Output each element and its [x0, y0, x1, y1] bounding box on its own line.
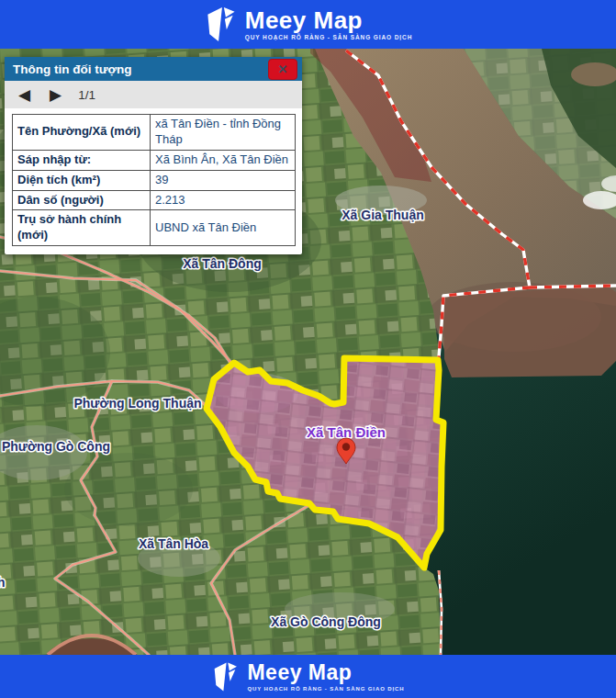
row-value: 39	[151, 170, 296, 190]
row-label: Dân số (người)	[13, 190, 151, 210]
map-label-xa-tan-hoa: Xã Tân Hòa	[139, 536, 208, 551]
row-label: Sáp nhập từ:	[13, 150, 151, 170]
info-panel-header: Thông tin đối tượng ✕	[5, 57, 302, 81]
map-label-partial: h	[0, 575, 6, 590]
pagination-bar: ◀ ▶ 1/1	[5, 81, 302, 108]
row-label: Tên Phường/Xã (mới)	[13, 115, 151, 151]
meeymap-logo-icon	[211, 661, 239, 692]
table-row: Tên Phường/Xã (mới) xã Tân Điền - tỉnh Đ…	[13, 115, 296, 151]
row-value: Xã Bình Ân, Xã Tân Điền	[151, 150, 296, 170]
table-row: Trụ sở hành chính (mới) UBND xã Tân Điền	[13, 210, 296, 246]
next-page-icon[interactable]: ▶	[47, 87, 64, 103]
app-header: Meey Map QUY HOẠCH RÕ RÀNG - SẴN SÀNG GI…	[0, 0, 616, 49]
meeymap-logo-footer[interactable]: Meey Map QUY HOẠCH RÕ RÀNG - SẴN SÀNG GI…	[211, 661, 404, 692]
row-value: xã Tân Điền - tỉnh Đồng Tháp	[151, 115, 296, 151]
prev-page-icon[interactable]: ◀	[16, 87, 33, 103]
row-value: 2.213	[151, 190, 296, 210]
map-label-xa-gia-thuan: Xã Gia Thuận	[342, 208, 423, 222]
table-row: Sáp nhập từ: Xã Bình Ân, Xã Tân Điền	[13, 150, 296, 170]
info-panel-title: Thông tin đối tượng	[13, 62, 132, 76]
meeymap-logo[interactable]: Meey Map QUY HOẠCH RÕ RÀNG - SẴN SÀNG GI…	[204, 6, 413, 43]
forest-patch	[64, 453, 193, 526]
map-label-xa-tan-dong: Xã Tân Đông	[183, 256, 262, 271]
brand-tagline: QUY HOẠCH RÕ RÀNG - SẴN SÀNG GIAO DỊCH	[247, 686, 404, 692]
map-label-xa-go-cong-dong: Xã Gò Công Đông	[271, 614, 381, 629]
brand-name: Meey Map	[245, 8, 413, 32]
meeymap-logo-icon	[204, 6, 237, 43]
app-footer: Meey Map QUY HOẠCH RÕ RÀNG - SẴN SÀNG GI…	[0, 655, 616, 698]
row-label: Diện tích (km²)	[13, 170, 151, 190]
close-icon[interactable]: ✕	[268, 59, 297, 80]
map-label-xa-tan-dien: Xã Tân Điền	[307, 424, 386, 440]
row-label: Trụ sở hành chính (mới)	[13, 210, 151, 246]
table-row: Dân số (người) 2.213	[13, 190, 296, 210]
info-panel: Thông tin đối tượng ✕ ◀ ▶ 1/1 Tên Phường…	[5, 57, 302, 254]
attribute-table: Tên Phường/Xã (mới) xã Tân Điền - tỉnh Đ…	[12, 114, 296, 246]
table-row: Diện tích (km²) 39	[13, 170, 296, 190]
map-label-phuong-long-thuan: Phường Long Thuận	[73, 396, 201, 411]
sediment-plume	[443, 286, 616, 377]
row-value: UBND xã Tân Điền	[151, 210, 296, 246]
page-count: 1/1	[78, 88, 95, 102]
map-label-phuong-go-cong: Phường Gò Công	[2, 439, 110, 454]
brand-tagline: QUY HOẠCH RÕ RÀNG - SẴN SÀNG GIAO DỊCH	[245, 35, 413, 41]
brand-name: Meey Map	[247, 662, 404, 683]
